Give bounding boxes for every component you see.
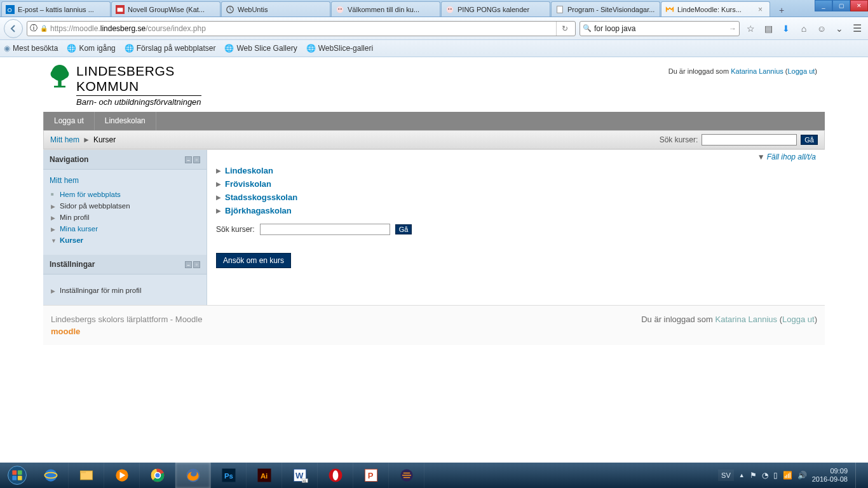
volume-icon[interactable]: 🔊 bbox=[797, 471, 807, 480]
task-mediaplayer[interactable] bbox=[104, 463, 140, 488]
search-go-icon[interactable]: → bbox=[729, 24, 736, 33]
language-indicator[interactable]: SV bbox=[718, 470, 734, 481]
window-maximize-button[interactable]: ▢ bbox=[832, 0, 850, 11]
identity-icon[interactable]: ⓘ bbox=[30, 23, 37, 34]
new-tab-button[interactable]: + bbox=[773, 4, 790, 17]
task-photoshop[interactable]: Ps bbox=[211, 463, 247, 488]
tab-close-icon[interactable]: × bbox=[758, 5, 766, 14]
browser-tab[interactable]: WebUntis bbox=[221, 1, 330, 17]
reader-icon[interactable]: ▤ bbox=[761, 22, 775, 36]
search-courses-go-button[interactable]: Gå bbox=[801, 135, 818, 145]
reload-button[interactable]: ↻ bbox=[556, 22, 573, 36]
clock[interactable]: 09:09 2016-09-08 bbox=[812, 467, 848, 484]
page-icon bbox=[555, 5, 564, 14]
nav-item[interactable]: ▶Sidor på webbplatsen bbox=[50, 200, 200, 212]
svg-rect-20 bbox=[18, 476, 22, 480]
block-dock-icon[interactable]: ▫ bbox=[193, 156, 200, 163]
block-hide-icon[interactable]: – bbox=[185, 261, 192, 268]
search-bar[interactable]: 🔍 for loop java → bbox=[580, 21, 740, 36]
sync-icon[interactable]: ◔ bbox=[762, 471, 768, 480]
body-columns: Navigation – ▫ Mitt hem Hem för webbplat… bbox=[43, 149, 825, 305]
menu-lindeskolan[interactable]: Lindeskolan bbox=[95, 112, 156, 130]
search-courses-input-main[interactable] bbox=[260, 224, 390, 235]
course-category[interactable]: ▶Stadsskogsskolan bbox=[216, 191, 816, 204]
bookmark-item[interactable]: 🌐Kom igång bbox=[67, 44, 115, 53]
bookmark-star-icon[interactable]: ☆ bbox=[743, 22, 757, 36]
tab-label: PING PONGs kalender bbox=[458, 6, 546, 13]
browser-tab[interactable]: Program - SiteVisiondagar... bbox=[551, 1, 660, 17]
browser-tab-active[interactable]: LindeMoodle: Kurs... × bbox=[661, 1, 770, 17]
user-link[interactable]: Katarina Lannius bbox=[731, 67, 783, 75]
moodle-logo[interactable]: moodle bbox=[51, 327, 202, 336]
task-opera[interactable] bbox=[318, 463, 353, 488]
svg-text:Ps: Ps bbox=[224, 472, 233, 480]
show-desktop-button[interactable] bbox=[855, 463, 863, 488]
tri-right-icon: ▶ bbox=[51, 203, 55, 210]
browser-tab[interactable]: Novell GroupWise (Kat... bbox=[111, 1, 220, 17]
home-icon[interactable]: ⌂ bbox=[797, 22, 811, 36]
downloads-icon[interactable]: ⬇ bbox=[779, 22, 793, 36]
footer-logout-link[interactable]: Logga ut bbox=[782, 315, 815, 324]
window-minimize-button[interactable]: _ bbox=[815, 0, 832, 11]
task-chrome[interactable] bbox=[140, 463, 175, 488]
bookmark-item[interactable]: 🌐WebSlice-galleri bbox=[306, 44, 373, 53]
nav-root-link[interactable]: Mitt hem bbox=[50, 176, 79, 185]
browser-tab[interactable]: O E-post – kattis lannius ... bbox=[1, 1, 111, 17]
start-button[interactable] bbox=[1, 463, 33, 488]
menu-logout[interactable]: Logga ut bbox=[43, 112, 95, 130]
flag-icon[interactable]: ⚑ bbox=[750, 471, 757, 480]
svg-text:Ai: Ai bbox=[260, 472, 267, 480]
window-close-button[interactable]: ✕ bbox=[850, 0, 868, 11]
browser-tab[interactable]: Välkommen till din ku... bbox=[331, 1, 440, 17]
svg-point-9 bbox=[448, 8, 449, 10]
settings-item[interactable]: ▶Inställningar för min profil bbox=[50, 285, 200, 296]
menu-icon[interactable]: ☰ bbox=[850, 22, 864, 36]
bookmark-item[interactable]: 🌐Förslag på webbplatser bbox=[125, 44, 216, 53]
task-illustrator[interactable]: Ai bbox=[247, 463, 282, 488]
task-word[interactable]: W41 bbox=[282, 463, 318, 488]
bookmark-item[interactable]: 🌐Web Slice Gallery bbox=[224, 44, 297, 53]
search-courses-input[interactable] bbox=[702, 134, 797, 146]
apply-course-button[interactable]: Ansök om en kurs bbox=[216, 253, 291, 268]
task-eclipse[interactable] bbox=[389, 463, 424, 488]
settings-list: ▶Inställningar för min profil bbox=[50, 285, 200, 296]
tab-label: Program - SiteVisiondagar... bbox=[567, 6, 656, 13]
nav-item-current[interactable]: ▼Kurser bbox=[50, 234, 200, 246]
nav-item[interactable]: ▶Min profil bbox=[50, 212, 200, 223]
site-logo[interactable]: LINDESBERGSKOMMUN Barn- och utbildningsf… bbox=[43, 64, 201, 107]
window-controls: _ ▢ ✕ bbox=[815, 0, 868, 11]
block-header: Inställningar – ▫ bbox=[43, 255, 207, 274]
footer-login-info: Du är inloggad som Katarina Lannius (Log… bbox=[641, 315, 817, 336]
task-powerpoint[interactable]: P bbox=[353, 463, 389, 488]
block-hide-icon[interactable]: – bbox=[185, 156, 192, 163]
task-explorer[interactable] bbox=[69, 463, 104, 488]
course-category[interactable]: ▶Björkhagaskolan bbox=[216, 204, 816, 217]
course-category[interactable]: ▶Lindeskolan bbox=[216, 164, 816, 177]
logout-link[interactable]: Logga ut bbox=[788, 67, 815, 75]
pocket-icon[interactable]: ⌄ bbox=[832, 22, 846, 36]
smiley-icon[interactable]: ☺ bbox=[815, 22, 829, 36]
collapse-all-link[interactable]: ▼Fäll ihop all/t/a bbox=[757, 152, 816, 161]
footer-user-link[interactable]: Katarina Lannius bbox=[715, 315, 778, 324]
tray-overflow-icon[interactable]: ▲ bbox=[739, 472, 745, 478]
tri-right-icon: ▶ bbox=[51, 288, 55, 294]
block-dock-icon[interactable]: ▫ bbox=[193, 261, 200, 268]
svg-rect-15 bbox=[58, 79, 61, 87]
browser-tab[interactable]: PING PONGs kalender bbox=[441, 1, 550, 17]
search-go-button[interactable]: Gå bbox=[395, 224, 412, 234]
network-icon[interactable]: 📶 bbox=[783, 471, 792, 480]
battery-icon[interactable]: ▯ bbox=[773, 471, 778, 480]
nav-item[interactable]: ▶Mina kurser bbox=[50, 223, 200, 234]
breadcrumb-home[interactable]: Mitt hem bbox=[50, 135, 79, 144]
nav-item[interactable]: Hem för webbplats bbox=[50, 189, 200, 200]
task-firefox[interactable] bbox=[175, 463, 211, 488]
task-ie[interactable] bbox=[33, 463, 69, 488]
bookmarks-bar: ◉Mest besökta 🌐Kom igång 🌐Förslag på web… bbox=[0, 40, 868, 57]
tab-label: E-post – kattis lannius ... bbox=[18, 6, 106, 13]
back-button[interactable] bbox=[4, 19, 23, 38]
system-tray: SV ▲ ⚑ ◔ ▯ 📶 🔊 09:09 2016-09-08 bbox=[718, 463, 867, 488]
course-category[interactable]: ▶Fröviskolan bbox=[216, 177, 816, 191]
bookmark-item[interactable]: ◉Mest besökta bbox=[4, 44, 58, 53]
url-bar[interactable]: ⓘ 🔒 https://moodle.lindesberg.se/course/… bbox=[27, 21, 576, 36]
tri-right-icon: ▶ bbox=[51, 226, 55, 233]
